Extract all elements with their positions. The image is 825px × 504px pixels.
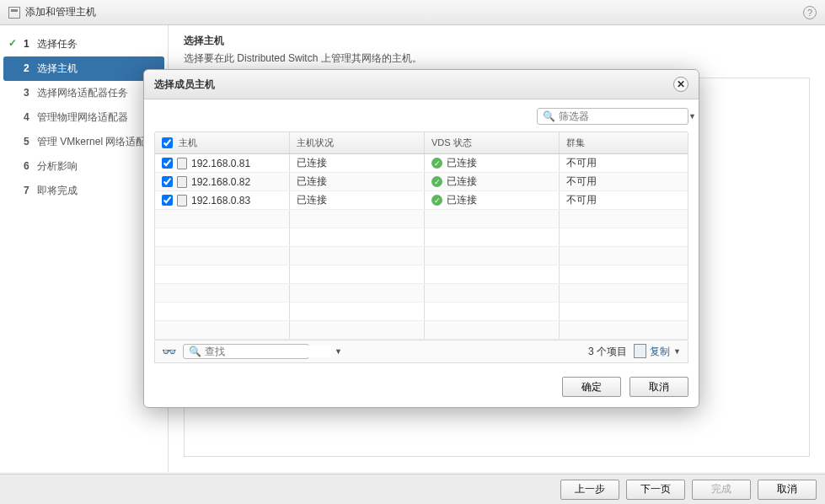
row-checkbox[interactable] (162, 176, 173, 187)
table-header: 主机 主机状况 VDS 状态 群集 (155, 132, 688, 154)
table-row-empty (155, 284, 688, 303)
host-icon (177, 195, 187, 206)
table-row[interactable]: 192.168.0.82 已连接 ✓已连接 不可用 (155, 173, 688, 191)
host-icon (177, 176, 187, 188)
row-checkbox[interactable] (162, 158, 173, 169)
search-icon: 🔍 (543, 110, 555, 122)
dialog-title: 选择成员主机 (154, 78, 215, 92)
copy-icon (635, 346, 646, 358)
table-row-empty (155, 247, 688, 265)
find-field[interactable]: 🔍 ▼ (183, 344, 309, 359)
dialog-titlebar: 选择成员主机 ✕ (144, 70, 699, 99)
cancel-button[interactable]: 取消 (629, 377, 688, 397)
hosts-table: 主机 主机状况 VDS 状态 群集 (154, 131, 688, 340)
host-ip: 192.168.0.81 (191, 158, 250, 169)
col-host-label: 主机 (179, 137, 197, 149)
col-cluster-header[interactable]: 群集 (560, 132, 688, 153)
chevron-down-icon[interactable]: ▼ (688, 112, 696, 121)
table-row-empty (155, 265, 688, 284)
host-status: 已连接 (297, 174, 327, 189)
dialog-body: 🔍 ▼ 主机 主机状况 VDS 状态 (144, 99, 699, 368)
vds-status: 已连接 (447, 156, 477, 170)
table-row-empty (155, 228, 688, 247)
check-circle-icon: ✓ (431, 158, 442, 169)
col-vds-label: VDS 状态 (431, 137, 472, 149)
cluster-value: 不可用 (566, 156, 597, 170)
chevron-down-icon[interactable]: ▼ (335, 347, 342, 356)
dialog-footer: 确定 取消 (144, 368, 699, 407)
search-icon: 🔍 (189, 346, 201, 357)
col-vds-header[interactable]: VDS 状态 (425, 132, 560, 153)
table-row-empty (155, 210, 688, 228)
check-circle-icon: ✓ (431, 176, 442, 187)
col-cluster-label: 群集 (566, 137, 585, 149)
table-row-empty (155, 303, 688, 321)
cluster-value: 不可用 (566, 193, 597, 207)
filter-row: 🔍 ▼ (154, 108, 688, 125)
ok-button[interactable]: 确定 (562, 377, 621, 397)
copy-button[interactable]: 复制 ▼ (635, 345, 681, 359)
host-icon (177, 158, 187, 169)
item-count: 3 个项目 (588, 345, 627, 359)
copy-label: 复制 (650, 345, 670, 359)
col-status-label: 主机状况 (297, 137, 334, 149)
cluster-value: 不可用 (566, 174, 597, 189)
select-member-hosts-dialog: 选择成员主机 ✕ 🔍 ▼ 主机 主机状况 (143, 69, 699, 408)
modal-backdrop: 选择成员主机 ✕ 🔍 ▼ 主机 主机状况 (0, 0, 825, 504)
host-status: 已连接 (297, 193, 327, 207)
table-footer: 👓 🔍 ▼ 3 个项目 复制 ▼ (154, 340, 688, 363)
find-input[interactable] (205, 346, 331, 357)
col-host-header[interactable]: 主机 (155, 132, 290, 153)
binoculars-icon[interactable]: 👓 (162, 345, 176, 358)
filter-field[interactable]: 🔍 ▼ (537, 108, 688, 125)
host-ip: 192.168.0.82 (191, 176, 250, 188)
vds-status: 已连接 (447, 174, 477, 189)
close-icon[interactable]: ✕ (673, 77, 688, 92)
table-row-empty (155, 321, 688, 340)
chevron-down-icon: ▼ (673, 347, 681, 356)
vds-status: 已连接 (447, 193, 477, 207)
check-circle-icon: ✓ (431, 195, 442, 206)
table-row[interactable]: 192.168.0.83 已连接 ✓已连接 不可用 (155, 191, 688, 210)
select-all-checkbox[interactable] (162, 137, 173, 148)
table-row[interactable]: 192.168.0.81 已连接 ✓已连接 不可用 (155, 154, 688, 173)
filter-input[interactable] (559, 110, 685, 122)
col-status-header[interactable]: 主机状况 (290, 132, 425, 153)
host-ip: 192.168.0.83 (191, 195, 250, 206)
host-status: 已连接 (297, 156, 327, 170)
table-body: 192.168.0.81 已连接 ✓已连接 不可用 192.168.0.82 已… (155, 154, 688, 340)
row-checkbox[interactable] (162, 195, 173, 206)
